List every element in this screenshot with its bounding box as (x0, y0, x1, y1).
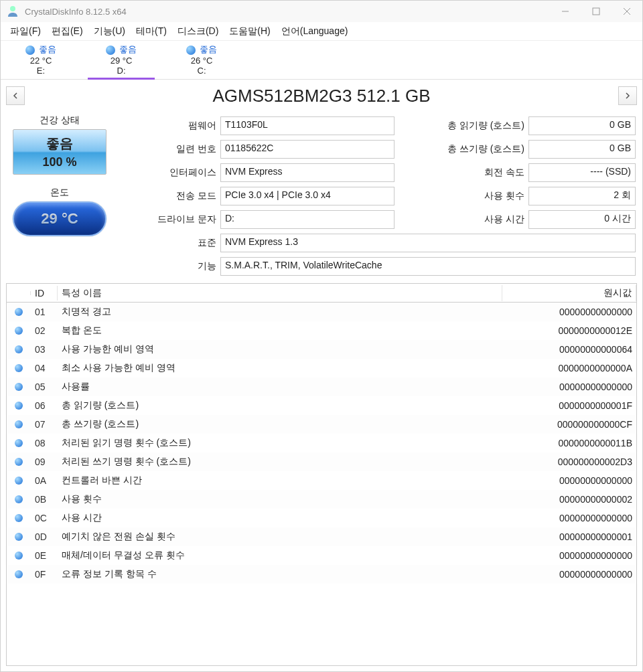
cell-raw: 000000000000CF (502, 418, 636, 431)
menu-disk[interactable]: 디스크(D) (172, 23, 224, 40)
cell-name: 총 쓰기량 (호스트) (58, 417, 502, 432)
cell-raw: 0000000000001F (502, 399, 636, 412)
cell-raw: 00000000000064 (502, 343, 636, 356)
cell-raw: 0000000000012E (502, 324, 636, 337)
menu-file[interactable]: 파일(F) (5, 23, 46, 40)
transfer-mode-label: 전송 모드 (113, 190, 220, 202)
disk-tabs: 좋음 22 °C E: 좋음 29 °C D: 좋음 26 °C C: (1, 41, 642, 80)
health-status: 좋음 (13, 135, 106, 153)
cell-id: 09 (31, 455, 58, 469)
cell-id: 05 (31, 380, 58, 394)
cell-raw: 00000000000000 (502, 511, 636, 525)
titlebar[interactable]: CrystalDiskInfo 8.12.5 x64 (1, 1, 642, 22)
firmware-label: 펌웨어 (113, 120, 220, 132)
cell-id: 0D (31, 530, 58, 543)
smart-table: ID 특성 이름 원시값 01치명적 경고0000000000000002복합 … (6, 283, 637, 666)
disk-tab-d[interactable]: 좋음 29 °C D: (81, 41, 161, 79)
svg-rect-2 (593, 8, 599, 15)
minimize-button[interactable] (550, 1, 581, 22)
table-row[interactable]: 06총 읽기량 (호스트)0000000000001F (7, 396, 636, 415)
table-row[interactable]: 03사용 가능한 예비 영역00000000000064 (7, 340, 636, 359)
cell-raw: 0000000000011B (502, 436, 636, 450)
features-value: S.M.A.R.T., TRIM, VolatileWriteCache (220, 257, 636, 276)
status-orb-icon (15, 514, 23, 522)
prev-disk-button[interactable] (6, 86, 25, 105)
cell-name: 컨트롤러 바쁜 시간 (58, 473, 502, 488)
info-panel: 건강 상태 좋음 100 % 온도 29 °C 펌웨어 T1103F0L 총 읽… (1, 112, 642, 283)
cell-id: 0C (31, 511, 58, 525)
status-orb-icon (15, 439, 23, 447)
cell-name: 예기치 않은 전원 손실 횟수 (58, 529, 502, 544)
serial-label: 일련 번호 (113, 143, 220, 155)
status-orb-icon (15, 345, 23, 353)
menu-edit[interactable]: 편집(E) (46, 23, 88, 40)
tab-temp: 29 °C (81, 56, 161, 66)
col-attribute-name[interactable]: 특성 이름 (58, 285, 502, 301)
drive-letter-label: 드라이브 문자 (113, 214, 220, 226)
rotation-label: 회전 속도 (395, 167, 528, 179)
transfer-mode-value: PCIe 3.0 x4 | PCIe 3.0 x4 (220, 187, 395, 205)
table-row[interactable]: 0C사용 시간00000000000000 (7, 509, 636, 527)
table-row[interactable]: 09처리된 쓰기 명령 횟수 (호스트)000000000002D3 (7, 452, 636, 471)
table-row[interactable]: 0B사용 횟수00000000000002 (7, 490, 636, 509)
disk-tab-e[interactable]: 좋음 22 °C E: (1, 41, 81, 79)
menu-help[interactable]: 도움말(H) (224, 23, 275, 40)
window-controls (550, 1, 642, 22)
cell-name: 오류 정보 기록 항목 수 (58, 567, 502, 582)
status-orb-icon (15, 420, 23, 428)
standard-label: 표준 (113, 237, 220, 249)
status-orb-icon (15, 458, 23, 466)
menu-theme[interactable]: 테마(T) (131, 23, 172, 40)
menu-function[interactable]: 기능(U) (88, 23, 131, 40)
close-button[interactable] (612, 1, 642, 22)
status-orb-icon (15, 308, 23, 316)
next-disk-button[interactable] (618, 86, 637, 105)
window: CrystalDiskInfo 8.12.5 x64 파일(F) 편집(E) 기… (0, 0, 643, 672)
standard-value: NVM Express 1.3 (220, 234, 636, 252)
health-label: 건강 상태 (6, 114, 113, 127)
table-row[interactable]: 0F오류 정보 기록 항목 수00000000000000 (7, 565, 636, 584)
cell-id: 04 (31, 361, 58, 375)
serial-value: 01185622C (220, 140, 395, 159)
table-row[interactable]: 0A컨트롤러 바쁜 시간00000000000000 (7, 471, 636, 490)
table-row[interactable]: 0E매체/데이터 무결성 오류 횟수00000000000000 (7, 546, 636, 565)
tab-drive: C: (161, 66, 242, 76)
col-raw-value[interactable]: 원시값 (502, 285, 636, 301)
menubar: 파일(F) 편집(E) 기능(U) 테마(T) 디스크(D) 도움말(H) 언어… (1, 22, 642, 41)
col-id[interactable]: ID (31, 286, 58, 301)
cell-id: 0F (31, 568, 58, 581)
cell-name: 사용 가능한 예비 영역 (58, 342, 502, 357)
tab-drive: E: (1, 66, 81, 76)
table-row[interactable]: 05사용률00000000000000 (7, 377, 636, 396)
status-orb-icon (15, 477, 23, 485)
status-orb-icon (15, 533, 23, 541)
cell-name: 매체/데이터 무결성 오류 횟수 (58, 548, 502, 563)
cell-raw: 00000000000000 (502, 549, 636, 562)
health-percent: 100 % (13, 155, 106, 169)
cell-id: 08 (31, 436, 58, 450)
table-row[interactable]: 04최소 사용 가능한 예비 영역0000000000000A (7, 359, 636, 377)
power-on-hours-label: 사용 시간 (395, 214, 528, 226)
features-label: 기능 (113, 260, 220, 272)
table-row[interactable]: 07총 쓰기량 (호스트)000000000000CF (7, 415, 636, 434)
tab-temp: 26 °C (161, 56, 242, 66)
health-box[interactable]: 좋음 100 % (13, 129, 106, 175)
disk-tab-c[interactable]: 좋음 26 °C C: (161, 41, 242, 79)
detail-grid: 펌웨어 T1103F0L 총 읽기량 (호스트) 0 GB 일련 번호 0118… (113, 114, 637, 278)
tab-status: 좋음 (119, 44, 137, 54)
temp-box[interactable]: 29 °C (13, 201, 106, 236)
cell-id: 07 (31, 418, 58, 431)
smart-table-header[interactable]: ID 특성 이름 원시값 (7, 284, 636, 303)
maximize-button[interactable] (581, 1, 612, 22)
tab-drive: D: (81, 66, 161, 76)
power-on-count-value: 2 회 (528, 187, 636, 205)
cell-name: 총 읽기량 (호스트) (58, 398, 502, 413)
table-row[interactable]: 0D예기치 않은 전원 손실 횟수00000000000001 (7, 527, 636, 546)
table-row[interactable]: 02복합 온도0000000000012E (7, 321, 636, 340)
table-row[interactable]: 08처리된 읽기 명령 횟수 (호스트)0000000000011B (7, 434, 636, 452)
menu-language[interactable]: 언어(Language) (276, 23, 354, 40)
status-orb-icon (15, 552, 23, 560)
table-row[interactable]: 01치명적 경고00000000000000 (7, 303, 636, 321)
power-on-count-label: 사용 횟수 (395, 190, 528, 202)
status-orb-icon (186, 46, 196, 55)
